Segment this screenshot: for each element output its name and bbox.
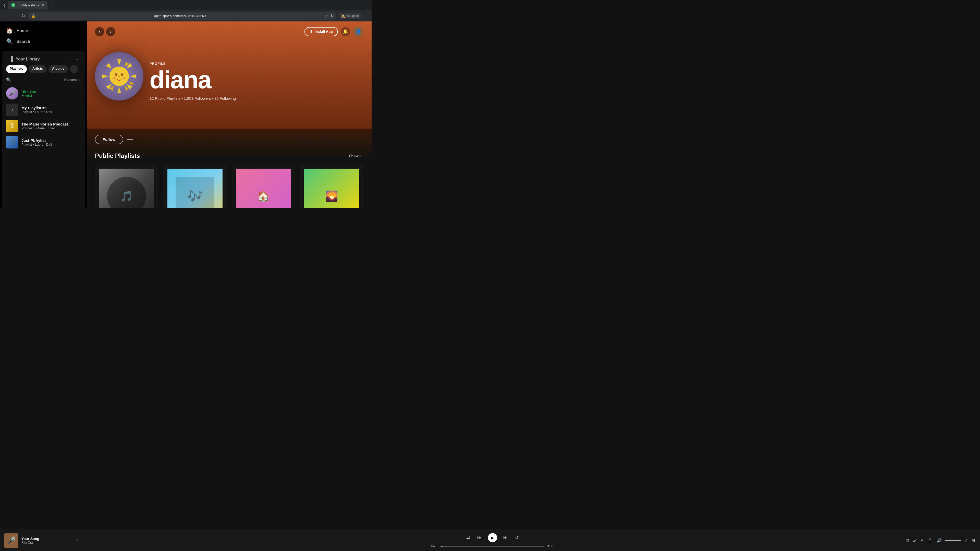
- public-playlists-header: Public Playlists Show all: [95, 152, 363, 159]
- more-options-button[interactable]: [127, 139, 133, 140]
- playlist-card[interactable]: 🌄: [300, 165, 363, 208]
- follow-button[interactable]: Follow: [95, 135, 123, 144]
- playlist-thumb: 🎵: [6, 136, 18, 148]
- svg-point-16: [115, 73, 118, 75]
- browser-chrome: ❮ S Spotify – diana ✕ + ← → ↻ 🔒 open.spo…: [0, 0, 372, 21]
- svg-point-20: [118, 79, 121, 80]
- bookmark-icon[interactable]: ☆: [325, 14, 328, 18]
- library-title-button[interactable]: ≡▐ Your Library: [6, 56, 40, 62]
- tab-favicon: S: [11, 3, 15, 7]
- notifications-button[interactable]: 🔔: [341, 27, 350, 36]
- home-icon: 🏠: [6, 27, 13, 34]
- item-name: The Marie Forleo Podcast: [21, 122, 81, 126]
- lock-icon: 🔒: [32, 14, 35, 18]
- podcast-thumb: 🎙: [6, 120, 18, 132]
- list-icon: ≡: [79, 78, 81, 82]
- incognito-badge[interactable]: 🕵 Incognito: [339, 13, 361, 19]
- incognito-label: Incognito: [346, 14, 359, 17]
- library-items: 🎤 Rita Ora ✦ Artist ♪: [2, 84, 85, 208]
- install-app-button[interactable]: ⬇ Install App: [304, 27, 338, 36]
- playlist-image: 🎶: [167, 168, 223, 208]
- artist-avatar-icon: 🎤: [9, 90, 16, 97]
- filter-chip-albums[interactable]: Albums: [48, 65, 68, 73]
- library-header: ≡▐ Your Library + →: [2, 51, 85, 65]
- filter-chip-albums-label: Albums: [52, 67, 64, 70]
- filter-chip-playlists[interactable]: Playlists: [6, 65, 27, 73]
- tab-arrow-left[interactable]: ❮: [2, 2, 7, 8]
- show-all-link[interactable]: Show all: [349, 154, 363, 158]
- sidebar-nav: 🏠 Home 🔍 Search: [0, 21, 87, 51]
- search-label: Search: [17, 39, 30, 44]
- browser-menu-button[interactable]: ⋮: [363, 13, 369, 19]
- list-item[interactable]: ♪ My Playlist #6 Playlist • Lauren Deli: [4, 102, 83, 118]
- sidebar-item-home[interactable]: 🏠 Home: [3, 25, 84, 36]
- playlist-thumb-icon: 🎵: [9, 139, 16, 146]
- download-app-icon: ⬇: [310, 30, 313, 34]
- filter-chip-artists[interactable]: Artists: [29, 65, 46, 73]
- filter-chip-artists-label: Artists: [32, 67, 43, 70]
- playlist-image: 🎵: [99, 168, 154, 208]
- list-item[interactable]: 🎵 Just-PLAylist Playlist • Lauren Deli: [4, 134, 83, 151]
- install-app-label: Install App: [315, 30, 333, 34]
- library-search-icon[interactable]: 🔍: [6, 77, 11, 82]
- tab-close-button[interactable]: ✕: [41, 3, 45, 7]
- tab-title: Spotify – diana: [18, 3, 39, 7]
- add-library-button[interactable]: +: [67, 55, 73, 63]
- recents-label-text: Recents: [64, 78, 77, 82]
- playlists-grid: 🎵 🎶 🏠: [95, 165, 363, 208]
- profile-header: ‹ › ⬇ Install App 🔔 👤: [87, 21, 372, 129]
- action-row: Follow: [95, 135, 363, 144]
- svg-point-22: [122, 77, 126, 79]
- library-label: Your Library: [16, 57, 40, 62]
- forward-button[interactable]: →: [12, 12, 18, 20]
- item-meta: Podcast • Marie Forleo: [21, 126, 81, 130]
- profile-stats: 12 Public Playlists • 1,959 Followers • …: [150, 96, 363, 100]
- sidebar-item-search[interactable]: 🔍 Search: [3, 36, 84, 47]
- filter-chip-more-button[interactable]: ›: [70, 65, 78, 73]
- playlist-image: 🏠: [236, 168, 291, 208]
- item-info: Just-PLAylist Playlist • Lauren Deli: [21, 138, 81, 146]
- profile-name: diana: [150, 68, 363, 92]
- playlist-card[interactable]: 🎶: [163, 165, 227, 208]
- back-nav-button[interactable]: ‹: [95, 27, 104, 36]
- library-actions: + →: [67, 55, 81, 63]
- nav-bar: ← → ↻ 🔒 open.spotify.com/user/1235578269…: [0, 10, 372, 21]
- profile-info: Profile diana 12 Public Playlists • 1,95…: [95, 52, 363, 100]
- list-item[interactable]: 🎙 The Marie Forleo Podcast Podcast • Mar…: [4, 118, 83, 134]
- playlist-image: 🌄: [304, 168, 360, 208]
- artist-badge: ✦ Artist: [21, 94, 81, 97]
- item-info: My Playlist #6 Playlist • Lauren Deli: [21, 106, 81, 114]
- address-bar[interactable]: 🔒 open.spotify.com/user/1235578269 ☆ ⬇: [28, 12, 336, 20]
- list-item[interactable]: 🎤 Rita Ora ✦ Artist: [4, 85, 83, 102]
- tab-bar: ❮ S Spotify – diana ✕ +: [0, 0, 372, 10]
- playlist-card[interactable]: 🎵: [95, 165, 158, 208]
- sidebar: 🏠 Home 🔍 Search ≡▐ Your Library + →: [0, 21, 87, 208]
- library-icon: ≡▐: [6, 56, 13, 62]
- back-button[interactable]: ←: [3, 12, 10, 20]
- new-tab-button[interactable]: +: [48, 2, 56, 9]
- profile-body: Follow Public Playlists Show all 🎵: [87, 129, 372, 208]
- item-info: Rita Ora ✦ Artist: [21, 89, 81, 97]
- public-playlists-title: Public Playlists: [95, 152, 140, 159]
- forward-nav-button[interactable]: ›: [106, 27, 115, 36]
- svg-point-21: [113, 77, 116, 79]
- expand-library-button[interactable]: →: [73, 55, 81, 63]
- download-icon[interactable]: ⬇: [330, 14, 333, 18]
- sun-icon: [95, 52, 143, 100]
- bell-icon: 🔔: [343, 29, 348, 35]
- dot3: [131, 139, 133, 140]
- profile-type-label: Profile: [150, 62, 363, 65]
- user-avatar[interactable]: 👤: [353, 27, 363, 37]
- home-label: Home: [17, 29, 28, 33]
- active-tab[interactable]: S Spotify – diana ✕: [8, 1, 48, 10]
- playlist-thumb: ♪: [6, 103, 18, 116]
- app: 🏠 Home 🔍 Search ≡▐ Your Library + →: [0, 21, 372, 208]
- podcast-thumb-icon: 🎙: [9, 122, 15, 130]
- nav-arrows: ‹ ›: [95, 27, 115, 36]
- recents-sort-button[interactable]: Recents ≡: [64, 78, 81, 82]
- profile-details: Profile diana 12 Public Playlists • 1,95…: [150, 62, 363, 100]
- search-recents-bar: 🔍 Recents ≡: [2, 75, 85, 84]
- top-nav: ‹ › ⬇ Install App 🔔 👤: [95, 27, 363, 37]
- playlist-card[interactable]: 🏠: [232, 165, 295, 208]
- refresh-button[interactable]: ↻: [21, 12, 26, 20]
